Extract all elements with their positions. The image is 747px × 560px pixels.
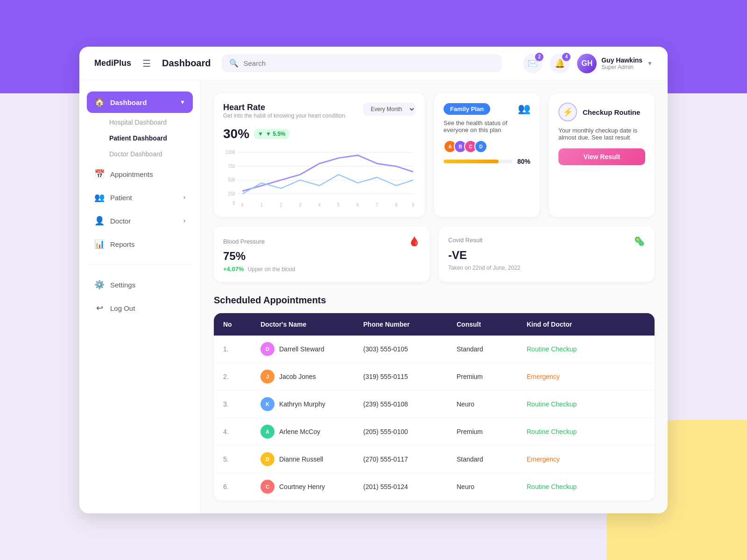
- covid-date: Taken on 22nd of June, 2022: [448, 265, 645, 271]
- cell-consult: Premium: [457, 428, 527, 435]
- cell-consult: Premium: [457, 373, 527, 380]
- cell-consult: Standard: [457, 455, 527, 463]
- table-row[interactable]: 3. K Kathryn Murphy (239) 555-0108 Neuro…: [214, 391, 655, 418]
- sidebar-item-doctor[interactable]: 👤 Doctor ›: [87, 210, 193, 231]
- bell-button[interactable]: 🔔 4: [550, 54, 570, 73]
- svg-text:9: 9: [412, 202, 415, 208]
- cell-phone: (270) 555-0117: [363, 455, 457, 463]
- doctor-label: Doctor: [110, 217, 131, 225]
- sidebar-item-patient-dashboard[interactable]: Patient Dashboard: [104, 131, 193, 146]
- view-result-button[interactable]: View Result: [558, 148, 645, 165]
- search-bar: 🔍: [222, 54, 502, 72]
- table-row[interactable]: 6. C Courtney Henry (201) 555-0124 Neuro…: [214, 473, 655, 500]
- user-role: Super Admin: [601, 64, 642, 70]
- user-name: Guy Hawkins: [601, 56, 642, 64]
- doctor-name: Courtney Henry: [279, 483, 325, 490]
- svg-text:1: 1: [261, 202, 263, 208]
- svg-text:250: 250: [228, 191, 235, 196]
- table-row[interactable]: 2. J Jacob Jones (319) 555-0115 Premium …: [214, 363, 655, 391]
- cell-phone: (201) 555-0124: [363, 483, 457, 490]
- cell-kind: Emergency: [527, 455, 620, 463]
- heart-rate-subtitle: Get into the habit of knowing your heart…: [223, 112, 346, 119]
- table-row[interactable]: 1. D Darrell Steward (303) 555-0105 Stan…: [214, 336, 655, 363]
- col-phone: Phone Number: [363, 321, 457, 328]
- sidebar-divider: [87, 264, 193, 265]
- main-content: Heart Rate Get into the habit of knowing…: [201, 80, 668, 513]
- avatar: GH: [577, 54, 597, 73]
- sidebar-item-hospital-dashboard[interactable]: Hospital Dashboard: [104, 115, 193, 130]
- doctor-avatar: D: [261, 452, 275, 466]
- covid-title: Covid Result: [448, 237, 483, 244]
- covid-icon: 🦠: [634, 236, 645, 247]
- down-arrow-icon: ▼: [258, 131, 263, 137]
- chevron-icon: ▼: [180, 99, 185, 105]
- sidebar-item-dashboard[interactable]: 🏠 Dashboard ▼: [87, 91, 193, 113]
- cell-doctor: J Jacob Jones: [261, 370, 363, 384]
- family-plan-badge: Family Plan: [444, 103, 490, 115]
- header-right: ✉️ 2 🔔 4 GH Guy Hawkins Super Admin ▼: [523, 54, 653, 73]
- cell-no: 4.: [223, 428, 261, 435]
- svg-text:0: 0: [241, 202, 244, 208]
- mail-button[interactable]: ✉️ 2: [523, 54, 543, 73]
- cell-phone: (303) 555-0105: [363, 345, 457, 353]
- checkup-desc: Your monthly checkup date is almost due.…: [558, 127, 645, 141]
- doctor-name: Darrell Steward: [279, 345, 324, 353]
- header: MediPlus ☰ Dashboard 🔍 ✉️ 2 🔔 4 GH Guy H…: [79, 47, 668, 80]
- lightning-icon: ⚡: [563, 107, 573, 117]
- svg-text:7: 7: [376, 202, 379, 208]
- sidebar-item-logout[interactable]: ↩ Log Out: [87, 297, 193, 319]
- cell-no: 1.: [223, 345, 261, 353]
- dashboard-label: Dashboard: [110, 98, 147, 106]
- checkup-title: Checkup Routine: [583, 108, 640, 116]
- heart-rate-change: ▼ ▼ 5.5%: [254, 129, 289, 139]
- blood-pressure-change: +4.07%: [223, 266, 244, 273]
- period-selector[interactable]: Every Month Every Week: [363, 103, 416, 116]
- progress-fill: [444, 160, 499, 163]
- sidebar-item-reports[interactable]: 📊 Reports: [87, 233, 193, 255]
- appointments-label: Appointments: [110, 170, 153, 178]
- checkup-icon: ⚡: [558, 103, 577, 121]
- doctor-avatar: D: [261, 342, 275, 356]
- bell-badge: 4: [562, 53, 571, 61]
- cell-phone: (239) 555-0108: [363, 400, 457, 408]
- doctor-avatar: A: [261, 425, 275, 439]
- col-no: No: [223, 321, 261, 328]
- search-input[interactable]: [243, 59, 494, 67]
- col-kind: Kind of Doctor: [527, 321, 620, 328]
- progress-row: 80%: [444, 158, 530, 165]
- search-icon: 🔍: [229, 59, 239, 68]
- sidebar: 🏠 Dashboard ▼ Hospital Dashboard Patient…: [79, 80, 201, 513]
- blood-drop-icon: 🩸: [409, 236, 420, 247]
- sidebar-item-doctor-dashboard[interactable]: Doctor Dashboard: [104, 147, 193, 161]
- cell-kind: Routine Checkup: [527, 483, 620, 490]
- doctor-avatar: J: [261, 370, 275, 384]
- main-layout: 🏠 Dashboard ▼ Hospital Dashboard Patient…: [79, 80, 668, 513]
- table-row[interactable]: 5. D Dianne Russell (270) 555-0117 Stand…: [214, 446, 655, 473]
- chevron-right2-icon: ›: [183, 217, 185, 224]
- heart-rate-title: Heart Rate: [223, 103, 346, 112]
- doctor-name: Jacob Jones: [279, 373, 316, 380]
- cell-doctor: C Courtney Henry: [261, 480, 363, 494]
- cell-no: 5.: [223, 455, 261, 463]
- menu-icon[interactable]: ☰: [142, 58, 151, 69]
- svg-text:500: 500: [228, 177, 235, 183]
- sidebar-item-patient[interactable]: 👥 Patient ›: [87, 187, 193, 208]
- covid-result: -VE: [448, 249, 645, 262]
- reports-icon: 📊: [94, 239, 105, 249]
- svg-text:8: 8: [395, 202, 398, 208]
- appointments-section-title: Scheduled Appointments: [214, 295, 655, 306]
- cell-consult: Neuro: [457, 483, 527, 490]
- sidebar-item-appointments[interactable]: 📅 Appointments: [87, 163, 193, 185]
- svg-text:3: 3: [299, 202, 302, 208]
- cell-no: 2.: [223, 373, 261, 380]
- cell-doctor: K Kathryn Murphy: [261, 397, 363, 411]
- family-plan-desc: See the health status of everyone on thi…: [444, 119, 530, 133]
- appointments-table: No Doctor's Name Phone Number Consult Ki…: [214, 313, 655, 500]
- second-cards-row: Blood Pressure 🩸 75% +4.07% Upper on the…: [214, 226, 655, 282]
- user-menu[interactable]: GH Guy Hawkins Super Admin ▼: [577, 54, 653, 73]
- sidebar-item-settings[interactable]: ⚙️ Settings: [87, 274, 193, 295]
- table-row[interactable]: 4. A Arlene McCoy (205) 555-0100 Premium…: [214, 418, 655, 446]
- reports-label: Reports: [110, 240, 135, 248]
- doctor-icon: 👤: [94, 216, 105, 226]
- cell-consult: Standard: [457, 345, 527, 353]
